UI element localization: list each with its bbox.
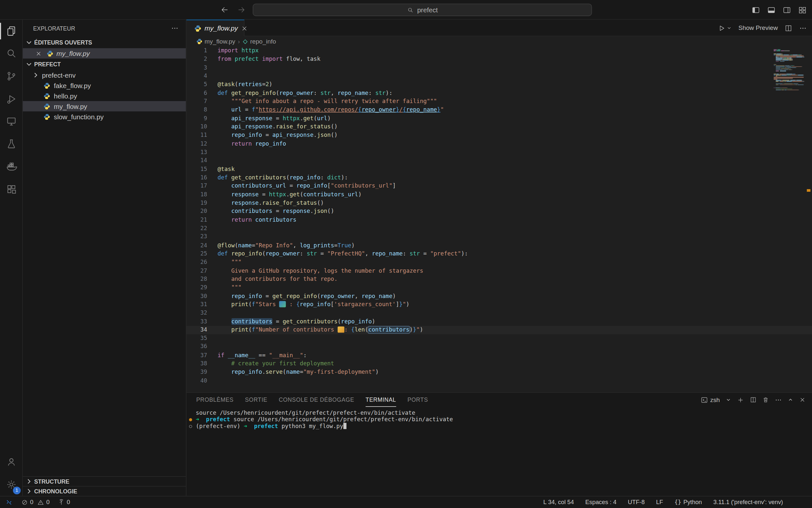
code-line-7[interactable]: 7 """Get info about a repo - will retry … [186,97,812,106]
file-tree-item-my_flow.py[interactable]: my_flow.py [23,101,186,112]
toggle-secondary-sidebar-icon[interactable] [781,5,792,15]
sidebar-more-icon[interactable] [170,24,180,33]
explorer-icon[interactable] [0,20,22,43]
kill-terminal-trash-icon[interactable] [762,396,769,404]
code-line-21[interactable]: 21 return contributors [186,216,812,224]
encoding[interactable]: UTF-8 [626,499,647,505]
code-line-32[interactable]: 32 [186,309,812,318]
problems-status[interactable]: 0 0 [19,499,52,506]
remote-indicator[interactable] [3,498,15,506]
settings-gear-icon[interactable]: 1 [0,473,22,496]
command-decoration-dot[interactable] [189,418,192,421]
forward-arrow-icon[interactable] [236,5,246,15]
code-line-25[interactable]: 25def repo_info(repo_owner: str = "Prefe… [186,250,812,258]
code-line-34[interactable]: 34 print(f"Number of contributors 👷: {le… [186,326,812,334]
panel-tab-sortie[interactable]: SORTIE [245,393,267,407]
remote-explorer-icon[interactable] [0,110,22,133]
code-line-16[interactable]: 16def get_contributors(repo_info: dict): [186,174,812,182]
search-sidebar-icon[interactable] [0,42,22,65]
code-line-5[interactable]: 5@task(retries=2) [186,81,812,89]
run-debug-icon[interactable] [0,87,22,110]
code-line-23[interactable]: 23 [186,233,812,241]
code-line-10[interactable]: 10 api_response.raise_for_status() [186,123,812,131]
run-python-button[interactable] [718,24,732,32]
python-interpreter[interactable]: 3.11.1 ('prefect-env': venv) [711,499,785,505]
code-line-1[interactable]: 1import httpx [186,46,812,55]
code-line-37[interactable]: 37if __name__ == "__main__": [186,351,812,360]
code-line-19[interactable]: 19 response.raise_for_status() [186,199,812,207]
code-line-3[interactable]: 3 [186,64,812,72]
code-line-6[interactable]: 6def get_repo_info(repo_owner: str, repo… [186,89,812,97]
code-line-20[interactable]: 20 contributors = response.json() [186,207,812,216]
code-line-24[interactable]: 24@flow(name="Repo Info", log_prints=Tru… [186,241,812,250]
open-editors-section[interactable]: ÉDITEURS OUVERTS [23,37,186,48]
code-line-14[interactable]: 14 [186,157,812,165]
file-tree-item-slow_function.py[interactable]: slow_function.py [23,112,186,122]
outline-section[interactable]: STRUCTURE [23,476,186,485]
code-line-15[interactable]: 15@task [186,165,812,174]
code-line-33[interactable]: 33 contributors = get_contributors(repo_… [186,318,812,326]
code-line-11[interactable]: 11 repo_info = api_response.json() [186,131,812,140]
terminal-profile-button[interactable]: zsh [701,396,720,404]
code-line-26[interactable]: 26 """ [186,258,812,266]
open-editor-item[interactable]: my_flow.py [23,48,186,58]
toggle-panel-icon[interactable] [766,5,777,15]
code-line-28[interactable]: 28 and contributors for that repo. [186,275,812,284]
code-line-31[interactable]: 31 print(f"Stars 🌠 : {repo_info['stargaz… [186,300,812,309]
testing-beaker-icon[interactable] [0,133,22,155]
code-line-35[interactable]: 35 [186,334,812,343]
new-terminal-icon[interactable] [737,396,744,404]
timeline-section[interactable]: CHRONOLOGIE [23,486,186,496]
code-line-18[interactable]: 18 response = httpx.get(contributors_url… [186,190,812,199]
show-preview-button[interactable]: Show Preview [738,25,778,32]
code-line-40[interactable]: 40 [186,377,812,385]
extensions-icon[interactable] [0,178,22,201]
code-line-13[interactable]: 13 [186,148,812,157]
ports-status[interactable]: 0 [56,499,72,506]
source-control-icon[interactable] [0,65,22,88]
code-line-9[interactable]: 9 api_response = httpx.get(url) [186,115,812,123]
close-editor-icon[interactable] [35,49,44,57]
docker-icon[interactable] [0,155,22,178]
code-line-12[interactable]: 12 return repo_info [186,140,812,148]
workspace-section[interactable]: PREFECT [23,58,186,70]
panel-tab-console-de-d-bogage[interactable]: CONSOLE DE DÉBOGAGE [279,393,354,407]
code-line-39[interactable]: 39 repo_info.serve(name="my-first-deploy… [186,368,812,377]
language-mode[interactable]: {} Python [672,499,704,506]
panel-tab-terminal[interactable]: TERMINAL [366,393,396,407]
eol-sequence[interactable]: LF [654,499,665,505]
back-arrow-icon[interactable] [220,5,230,15]
file-tree-item-prefect-env[interactable]: prefect-env [23,70,186,80]
command-decoration-circle[interactable] [189,425,192,428]
editor-more-icon[interactable] [799,24,807,32]
panel-more-icon[interactable] [775,396,782,404]
code-line-38[interactable]: 38 # create your first deployment [186,360,812,368]
code-line-22[interactable]: 22 [186,224,812,233]
tab-my-flow[interactable]: my_flow.py [186,20,245,36]
customize-layout-icon[interactable] [797,5,808,15]
code-line-36[interactable]: 36 [186,343,812,351]
code-line-30[interactable]: 30 repo_info = get_repo_info(repo_owner,… [186,292,812,300]
code-line-8[interactable]: 8 url = f"https://api.github.com/repos/{… [186,106,812,115]
split-editor-icon[interactable] [785,24,793,32]
file-tree-item-hello.py[interactable]: hello.py [23,91,186,101]
toggle-sidebar-icon[interactable] [750,5,761,15]
close-panel-icon[interactable] [799,396,806,404]
maximize-panel-chevron-icon[interactable] [787,397,794,403]
indentation[interactable]: Espaces : 4 [583,499,619,505]
breadcrumb-symbol[interactable]: repo_info [242,38,276,45]
breadcrumb-file[interactable]: my_flow.py [196,38,235,45]
panel-tab-ports[interactable]: PORTS [407,393,428,407]
panel-tab-probl-mes[interactable]: PROBLÈMES [196,393,234,407]
file-tree-item-fake_flow.py[interactable]: fake_flow.py [23,80,186,91]
account-icon[interactable] [0,451,22,473]
code-editor[interactable]: 1import httpx2from prefect import flow, … [186,46,812,392]
terminal-output[interactable]: source /Users/henricourdent/git/prefect/… [186,407,812,496]
code-line-29[interactable]: 29 """ [186,284,812,292]
code-line-4[interactable]: 4 [186,72,812,81]
cursor-position[interactable]: L 34, col 54 [541,499,576,505]
tab-close-icon[interactable] [241,24,248,33]
command-center-search[interactable]: prefect [253,4,592,16]
code-line-17[interactable]: 17 contributors_url = repo_info["contrib… [186,182,812,190]
code-line-27[interactable]: 27 Given a GitHub repository, logs the n… [186,266,812,275]
